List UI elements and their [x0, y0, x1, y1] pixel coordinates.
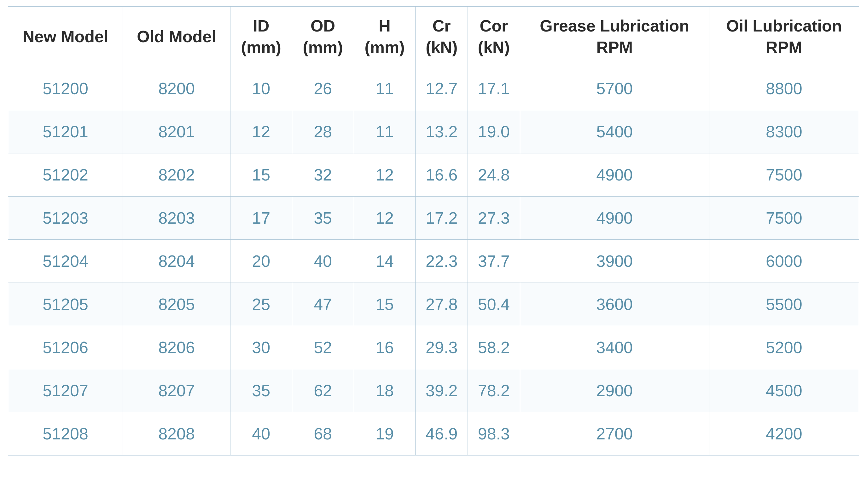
cell-cor: 98.3: [468, 412, 520, 456]
cell-od: 62: [292, 369, 354, 412]
cell-oil-rpm: 7500: [709, 197, 859, 240]
cell-cr: 27.8: [416, 283, 468, 326]
table-row: 51200820010261112.717.157008800: [8, 67, 859, 110]
header-new-model: New Model: [8, 7, 123, 67]
cell-old-model: 8206: [123, 326, 231, 369]
cell-h: 14: [354, 240, 416, 283]
cell-new-model: 51201: [8, 110, 123, 153]
cell-cr: 17.2: [416, 197, 468, 240]
bearing-table-container: New Model Old Model ID(mm) OD(mm) H(mm) …: [8, 6, 859, 456]
cell-old-model: 8208: [123, 412, 231, 456]
cell-oil-rpm: 5500: [709, 283, 859, 326]
cell-id: 12: [230, 110, 292, 153]
header-cr: Cr(kN): [416, 7, 468, 67]
cell-cor: 37.7: [468, 240, 520, 283]
cell-id: 17: [230, 197, 292, 240]
cell-oil-rpm: 6000: [709, 240, 859, 283]
cell-new-model: 51203: [8, 197, 123, 240]
cell-id: 10: [230, 67, 292, 110]
cell-h: 16: [354, 326, 416, 369]
cell-cor: 50.4: [468, 283, 520, 326]
cell-new-model: 51202: [8, 153, 123, 197]
header-oil-rpm: Oil LubricationRPM: [709, 7, 859, 67]
cell-h: 18: [354, 369, 416, 412]
cell-cor: 19.0: [468, 110, 520, 153]
cell-cor: 27.3: [468, 197, 520, 240]
cell-grease-rpm: 2700: [520, 412, 709, 456]
header-cor: Cor(kN): [468, 7, 520, 67]
table-row: 51204820420401422.337.739006000: [8, 240, 859, 283]
cell-id: 40: [230, 412, 292, 456]
table-row: 51201820112281113.219.054008300: [8, 110, 859, 153]
cell-grease-rpm: 3400: [520, 326, 709, 369]
cell-cr: 22.3: [416, 240, 468, 283]
cell-oil-rpm: 4200: [709, 412, 859, 456]
cell-new-model: 51208: [8, 412, 123, 456]
cell-h: 19: [354, 412, 416, 456]
cell-new-model: 51206: [8, 326, 123, 369]
cell-od: 26: [292, 67, 354, 110]
bearing-data-table: New Model Old Model ID(mm) OD(mm) H(mm) …: [8, 6, 859, 456]
cell-old-model: 8201: [123, 110, 231, 153]
cell-new-model: 51205: [8, 283, 123, 326]
cell-od: 47: [292, 283, 354, 326]
table-row: 51203820317351217.227.349007500: [8, 197, 859, 240]
cell-od: 52: [292, 326, 354, 369]
cell-new-model: 51207: [8, 369, 123, 412]
cell-cr: 16.6: [416, 153, 468, 197]
cell-grease-rpm: 4900: [520, 197, 709, 240]
cell-h: 11: [354, 67, 416, 110]
header-old-model: Old Model: [123, 7, 231, 67]
cell-old-model: 8207: [123, 369, 231, 412]
cell-old-model: 8202: [123, 153, 231, 197]
cell-od: 32: [292, 153, 354, 197]
cell-cr: 46.9: [416, 412, 468, 456]
header-od: OD(mm): [292, 7, 354, 67]
cell-oil-rpm: 7500: [709, 153, 859, 197]
cell-grease-rpm: 4900: [520, 153, 709, 197]
cell-cor: 24.8: [468, 153, 520, 197]
cell-old-model: 8203: [123, 197, 231, 240]
cell-oil-rpm: 8300: [709, 110, 859, 153]
cell-new-model: 51200: [8, 67, 123, 110]
cell-h: 15: [354, 283, 416, 326]
cell-cor: 78.2: [468, 369, 520, 412]
cell-cor: 58.2: [468, 326, 520, 369]
table-row: 51205820525471527.850.436005500: [8, 283, 859, 326]
cell-od: 28: [292, 110, 354, 153]
cell-id: 25: [230, 283, 292, 326]
table-row: 51208820840681946.998.327004200: [8, 412, 859, 456]
cell-grease-rpm: 3600: [520, 283, 709, 326]
cell-grease-rpm: 3900: [520, 240, 709, 283]
cell-grease-rpm: 5400: [520, 110, 709, 153]
cell-old-model: 8200: [123, 67, 231, 110]
header-grease-rpm: Grease LubricationRPM: [520, 7, 709, 67]
table-row: 51207820735621839.278.229004500: [8, 369, 859, 412]
header-h: H(mm): [354, 7, 416, 67]
cell-old-model: 8205: [123, 283, 231, 326]
cell-cr: 39.2: [416, 369, 468, 412]
cell-old-model: 8204: [123, 240, 231, 283]
cell-oil-rpm: 5200: [709, 326, 859, 369]
header-id: ID(mm): [230, 7, 292, 67]
cell-h: 11: [354, 110, 416, 153]
cell-grease-rpm: 5700: [520, 67, 709, 110]
cell-oil-rpm: 4500: [709, 369, 859, 412]
cell-id: 15: [230, 153, 292, 197]
cell-grease-rpm: 2900: [520, 369, 709, 412]
cell-od: 68: [292, 412, 354, 456]
cell-new-model: 51204: [8, 240, 123, 283]
cell-od: 35: [292, 197, 354, 240]
cell-id: 30: [230, 326, 292, 369]
cell-cr: 29.3: [416, 326, 468, 369]
cell-oil-rpm: 8800: [709, 67, 859, 110]
cell-cr: 13.2: [416, 110, 468, 153]
cell-cor: 17.1: [468, 67, 520, 110]
cell-id: 20: [230, 240, 292, 283]
cell-od: 40: [292, 240, 354, 283]
table-header-row: New Model Old Model ID(mm) OD(mm) H(mm) …: [8, 7, 859, 67]
cell-id: 35: [230, 369, 292, 412]
cell-cr: 12.7: [416, 67, 468, 110]
cell-h: 12: [354, 153, 416, 197]
table-row: 51206820630521629.358.234005200: [8, 326, 859, 369]
